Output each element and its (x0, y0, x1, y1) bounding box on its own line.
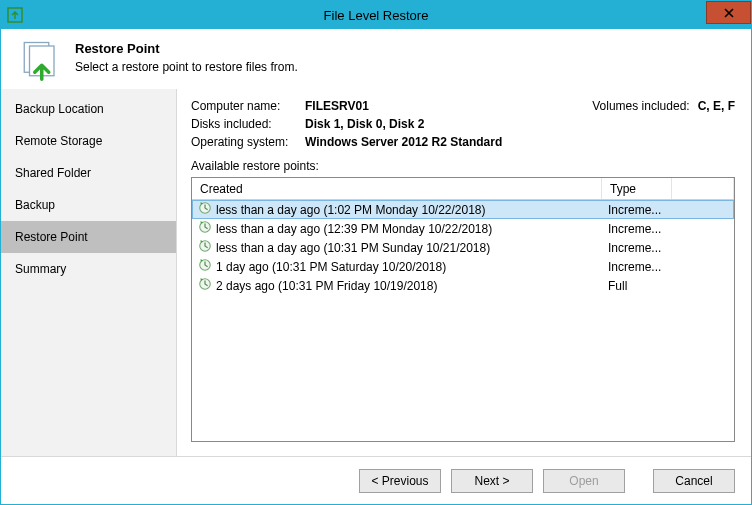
restore-point-icon (198, 201, 212, 218)
cell-created-text: less than a day ago (12:39 PM Monday 10/… (216, 222, 492, 236)
table-row[interactable]: less than a day ago (10:31 PM Sunday 10/… (192, 238, 734, 257)
volumes-included-value: C, E, F (698, 99, 735, 113)
disks-included-value: Disk 1, Disk 0, Disk 2 (305, 117, 735, 131)
restore-point-icon (19, 39, 61, 81)
sidebar-item-summary[interactable]: Summary (1, 253, 176, 285)
table-row[interactable]: 2 days ago (10:31 PM Friday 10/19/2018)F… (192, 276, 734, 295)
restore-point-icon (198, 277, 212, 294)
table-header: Created Type (192, 178, 734, 200)
next-button[interactable]: Next > (451, 469, 533, 493)
restore-point-icon (198, 220, 212, 237)
sidebar-item-shared-folder[interactable]: Shared Folder (1, 157, 176, 189)
sidebar-item-label: Remote Storage (15, 134, 102, 148)
sidebar-item-restore-point[interactable]: Restore Point (1, 221, 176, 253)
restore-point-icon (198, 239, 212, 256)
sidebar-item-label: Backup (15, 198, 55, 212)
cell-created: 2 days ago (10:31 PM Friday 10/19/2018) (192, 277, 602, 294)
sidebar-item-remote-storage[interactable]: Remote Storage (1, 125, 176, 157)
previous-button[interactable]: < Previous (359, 469, 441, 493)
column-header-label: Type (610, 182, 636, 196)
cell-created-text: 2 days ago (10:31 PM Friday 10/19/2018) (216, 279, 437, 293)
cell-created: 1 day ago (10:31 PM Saturday 10/20/2018) (192, 258, 602, 275)
cell-created: less than a day ago (12:39 PM Monday 10/… (192, 220, 602, 237)
window-title: File Level Restore (1, 8, 751, 23)
close-button[interactable] (706, 1, 751, 24)
available-restore-points-label: Available restore points: (191, 159, 735, 173)
sidebar-item-backup[interactable]: Backup (1, 189, 176, 221)
table-body: less than a day ago (1:02 PM Monday 10/2… (192, 200, 734, 441)
column-header-label: Created (200, 182, 243, 196)
open-button[interactable]: Open (543, 469, 625, 493)
app-icon (5, 5, 25, 25)
sidebar-item-label: Summary (15, 262, 66, 276)
table-row[interactable]: 1 day ago (10:31 PM Saturday 10/20/2018)… (192, 257, 734, 276)
sidebar-item-label: Shared Folder (15, 166, 91, 180)
restore-points-table: Created Type less than a day ago (1:02 P… (191, 177, 735, 442)
volumes-included-label: Volumes included: (592, 99, 695, 113)
restore-point-icon (198, 258, 212, 275)
page-subheading: Select a restore point to restore files … (75, 56, 298, 74)
column-header-type[interactable]: Type (602, 178, 672, 199)
cell-created-text: 1 day ago (10:31 PM Saturday 10/20/2018) (216, 260, 446, 274)
sidebar-item-label: Backup Location (15, 102, 104, 116)
cell-type: Full (602, 279, 672, 293)
titlebar: File Level Restore (1, 1, 751, 29)
operating-system-value: Windows Server 2012 R2 Standard (305, 135, 735, 149)
table-row[interactable]: less than a day ago (12:39 PM Monday 10/… (192, 219, 734, 238)
main-panel: Computer name: FILESRV01 Volumes include… (177, 89, 751, 456)
body: Backup Location Remote Storage Shared Fo… (1, 89, 751, 456)
cancel-button[interactable]: Cancel (653, 469, 735, 493)
operating-system-label: Operating system: (191, 135, 303, 149)
column-header-created[interactable]: Created (192, 178, 602, 199)
sidebar-item-backup-location[interactable]: Backup Location (1, 93, 176, 125)
table-row[interactable]: less than a day ago (1:02 PM Monday 10/2… (192, 200, 734, 219)
cell-created: less than a day ago (10:31 PM Sunday 10/… (192, 239, 602, 256)
wizard-header-text: Restore Point Select a restore point to … (75, 39, 298, 74)
cell-type: Increme... (602, 203, 672, 217)
cell-type: Increme... (602, 260, 672, 274)
cell-created: less than a day ago (1:02 PM Monday 10/2… (192, 201, 602, 218)
page-heading: Restore Point (75, 39, 298, 56)
info-rows: Computer name: FILESRV01 Volumes include… (191, 99, 735, 149)
cell-type: Increme... (602, 222, 672, 236)
wizard-sidebar: Backup Location Remote Storage Shared Fo… (1, 89, 177, 456)
wizard-footer: < Previous Next > Open Cancel (1, 456, 751, 504)
window: File Level Restore Restore Point Select … (0, 0, 752, 505)
cell-created-text: less than a day ago (1:02 PM Monday 10/2… (216, 203, 486, 217)
disks-included-label: Disks included: (191, 117, 303, 131)
computer-name-label: Computer name: (191, 99, 303, 113)
cell-type: Increme... (602, 241, 672, 255)
cell-created-text: less than a day ago (10:31 PM Sunday 10/… (216, 241, 490, 255)
wizard-header: Restore Point Select a restore point to … (1, 29, 751, 89)
sidebar-item-label: Restore Point (15, 230, 88, 244)
computer-name-value: FILESRV01 (305, 99, 590, 113)
column-header-spare (672, 178, 734, 199)
